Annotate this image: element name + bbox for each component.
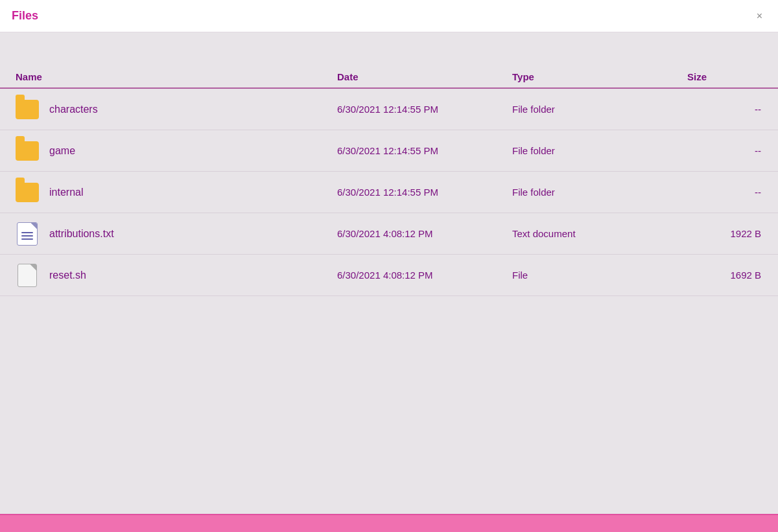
- folder-icon: [16, 183, 39, 202]
- file-type: File folder: [506, 97, 681, 121]
- file-date: 6/30/2021 12:14:55 PM: [331, 139, 506, 163]
- toolbar: [0, 32, 778, 65]
- file-name: attributions.txt: [49, 228, 114, 240]
- txt-file-icon: [17, 222, 38, 246]
- table-header: Name Date Type Size: [0, 65, 778, 89]
- file-name: reset.sh: [49, 270, 86, 281]
- window-title: Files: [12, 9, 38, 23]
- folder-icon: [16, 141, 39, 161]
- header-date: Date: [331, 65, 506, 87]
- folder-icon: [16, 100, 39, 119]
- file-table: Name Date Type Size characters6/30/2021 …: [0, 65, 778, 514]
- table-row[interactable]: reset.sh6/30/2021 4:08:12 PMFile1692 B: [0, 255, 778, 296]
- file-size: --: [681, 180, 772, 204]
- title-bar: Files ×: [0, 0, 778, 32]
- sh-file-icon: [18, 264, 37, 287]
- header-size: Size: [681, 65, 772, 87]
- bottom-bar: [0, 514, 778, 532]
- header-type: Type: [506, 65, 681, 87]
- close-button[interactable]: ×: [753, 10, 766, 23]
- file-type: File: [506, 263, 681, 287]
- file-type: Text document: [506, 222, 681, 246]
- file-date: 6/30/2021 4:08:12 PM: [331, 222, 506, 246]
- file-size: --: [681, 139, 772, 163]
- file-date: 6/30/2021 12:14:55 PM: [331, 180, 506, 204]
- files-window: Files × Name Date Type Size characters6/…: [0, 0, 778, 532]
- table-row[interactable]: internal6/30/2021 12:14:55 PMFile folder…: [0, 172, 778, 213]
- file-size: 1692 B: [681, 263, 772, 287]
- file-name: game: [49, 145, 75, 157]
- table-row[interactable]: game6/30/2021 12:14:55 PMFile folder--: [0, 130, 778, 172]
- file-type: File folder: [506, 139, 681, 163]
- file-name: internal: [49, 187, 83, 198]
- header-name: Name: [6, 65, 331, 87]
- table-row[interactable]: characters6/30/2021 12:14:55 PMFile fold…: [0, 89, 778, 130]
- file-type: File folder: [506, 180, 681, 204]
- file-date: 6/30/2021 12:14:55 PM: [331, 97, 506, 121]
- file-name: characters: [49, 104, 98, 115]
- file-size: --: [681, 97, 772, 121]
- table-row[interactable]: attributions.txt6/30/2021 4:08:12 PMText…: [0, 213, 778, 255]
- table-body: characters6/30/2021 12:14:55 PMFile fold…: [0, 89, 778, 514]
- file-date: 6/30/2021 4:08:12 PM: [331, 263, 506, 287]
- file-size: 1922 B: [681, 222, 772, 246]
